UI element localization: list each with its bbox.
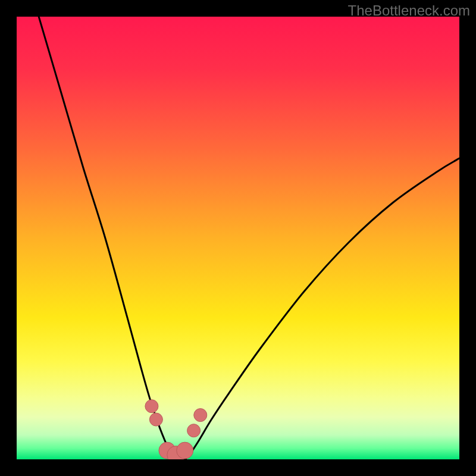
marker-point [145,400,158,413]
chart-frame: TheBottleneck.com [0,0,476,476]
chart-svg [17,17,459,459]
marker-point [149,413,162,426]
marker-point [177,442,193,459]
watermark-label: TheBottleneck.com [348,2,470,19]
marker-point [194,409,207,422]
marker-point [187,424,201,437]
plot-area [17,17,459,459]
gradient-background [17,17,459,459]
